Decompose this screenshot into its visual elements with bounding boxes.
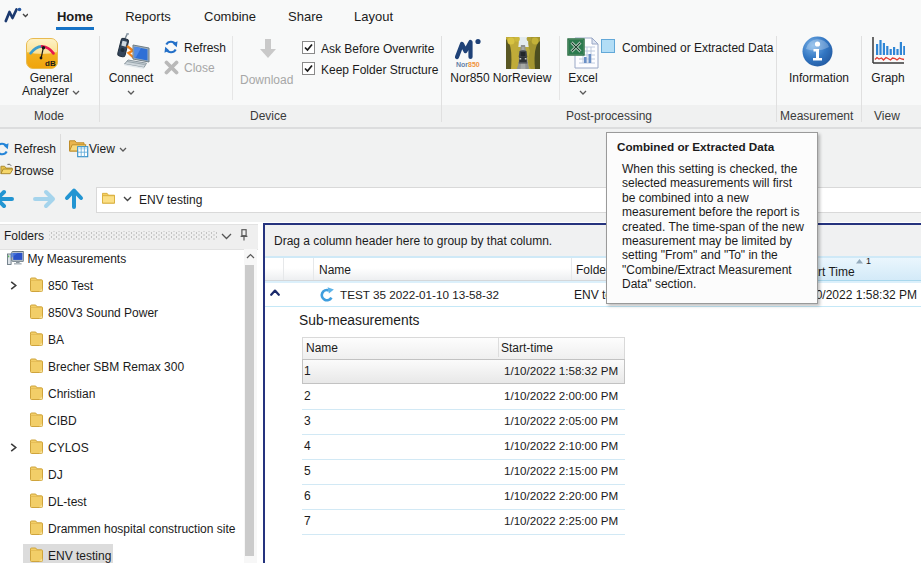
svg-text:dB: dB — [45, 59, 56, 68]
svg-text:Nor850: Nor850 — [456, 61, 480, 68]
